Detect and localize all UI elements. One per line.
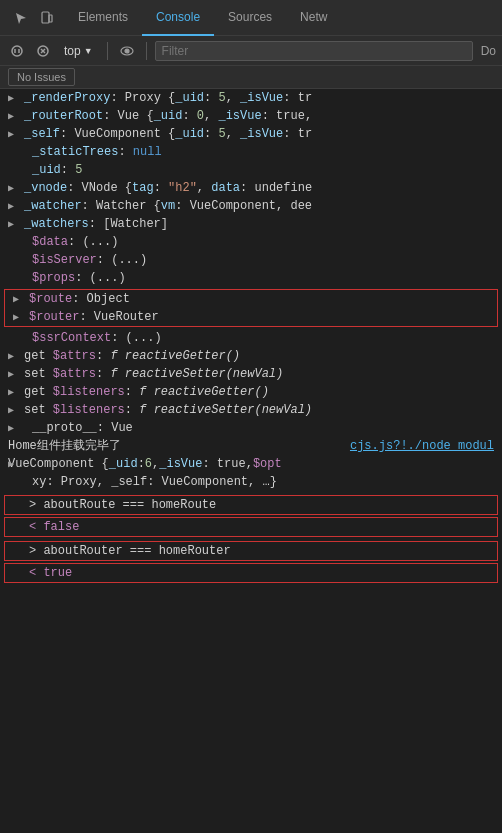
expand-arrow[interactable] (13, 292, 19, 308)
console-line: $props: (...) (0, 269, 502, 287)
expand-arrow[interactable] (8, 109, 14, 125)
tab-console[interactable]: Console (142, 0, 214, 36)
console-output: _renderProxy: Proxy {_uid: 5, _isVue: tr… (0, 89, 502, 587)
secondary-toolbar: top ▼ Do (0, 36, 502, 66)
tab-sources[interactable]: Sources (214, 0, 286, 36)
false-value-block: < false (4, 517, 498, 537)
console-line: $data: (...) (0, 233, 502, 251)
console-line: _watchers: [Watcher] (0, 215, 502, 233)
expand-arrow[interactable] (8, 421, 14, 437)
toolbar-icons (4, 7, 64, 29)
divider (107, 42, 108, 60)
console-line-log: Home组件挂载完毕了 cjs.js?!./node_modul (0, 437, 502, 455)
tabs: Elements Console Sources Netw (64, 0, 341, 36)
console-line: $ssrContext: (...) (0, 329, 502, 347)
svg-point-2 (12, 46, 22, 56)
console-line: VueComponent {_uid: 6, _isVue: true, $op… (0, 455, 502, 473)
devtools-container: Elements Console Sources Netw top ▼ (0, 0, 502, 833)
expand-arrow[interactable] (8, 457, 14, 473)
cursor-icon[interactable] (10, 7, 32, 29)
svg-rect-0 (42, 12, 49, 23)
svg-rect-1 (49, 15, 52, 22)
tab-network[interactable]: Netw (286, 0, 341, 36)
expand-arrow[interactable] (8, 199, 14, 215)
console-line: $route: Object (5, 290, 497, 308)
console-line: _uid: 5 (0, 161, 502, 179)
about-router-block: > aboutRouter === homeRouter (4, 541, 498, 561)
console-line: get $attrs: f reactiveGetter() (0, 347, 502, 365)
expand-arrow[interactable] (8, 385, 14, 401)
console-line: _staticTrees: null (0, 143, 502, 161)
no-issues-label: No Issues (8, 68, 75, 86)
console-line: xy: Proxy, _self: VueComponent, …} (0, 473, 502, 491)
expand-arrow[interactable] (13, 310, 19, 326)
filter-input[interactable] (155, 41, 473, 61)
source-link[interactable]: cjs.js?!./node_modul (350, 438, 494, 454)
svg-point-9 (125, 49, 129, 53)
expand-arrow[interactable] (8, 367, 14, 383)
issues-bar: No Issues (0, 66, 502, 89)
expand-arrow[interactable] (8, 91, 14, 107)
console-line: $router: VueRouter (5, 308, 497, 326)
expand-arrow[interactable] (8, 181, 14, 197)
chevron-down-icon: ▼ (84, 46, 93, 56)
true-value-block: < true (4, 563, 498, 583)
route-highlight-block: $route: Object $router: VueRouter (4, 289, 498, 327)
tab-bar: Elements Console Sources Netw (0, 0, 502, 36)
divider2 (146, 42, 147, 60)
device-icon[interactable] (36, 7, 58, 29)
expand-arrow[interactable] (8, 217, 14, 233)
expand-arrow[interactable] (8, 349, 14, 365)
console-line: set $attrs: f reactiveSetter(newVal) (0, 365, 502, 383)
console-input-line: > aboutRoute === homeRoute (5, 496, 497, 514)
console-line: __proto__: Vue (0, 419, 502, 437)
about-route-block: > aboutRoute === homeRoute (4, 495, 498, 515)
console-line: _vnode: VNode {tag: "h2", data: undefine (0, 179, 502, 197)
context-selector[interactable]: top ▼ (58, 42, 99, 60)
expand-arrow[interactable] (8, 127, 14, 143)
console-line: $isServer: (...) (0, 251, 502, 269)
tab-elements[interactable]: Elements (64, 0, 142, 36)
console-line: _routerRoot: Vue {_uid: 0, _isVue: true, (0, 107, 502, 125)
console-output-line2: < true (5, 564, 497, 582)
console-line: set $listeners: f reactiveSetter(newVal) (0, 401, 502, 419)
console-input-line2: > aboutRouter === homeRouter (5, 542, 497, 560)
clear-icon[interactable] (32, 40, 54, 62)
expand-arrow[interactable] (8, 403, 14, 419)
execute-icon[interactable] (6, 40, 28, 62)
console-line: _self: VueComponent {_uid: 5, _isVue: tr (0, 125, 502, 143)
do-label: Do (477, 44, 496, 58)
console-line: _watcher: Watcher {vm: VueComponent, dee (0, 197, 502, 215)
console-line: get $listeners: f reactiveGetter() (0, 383, 502, 401)
eye-icon[interactable] (116, 40, 138, 62)
console-output-line: < false (5, 518, 497, 536)
console-line: _renderProxy: Proxy {_uid: 5, _isVue: tr (0, 89, 502, 107)
